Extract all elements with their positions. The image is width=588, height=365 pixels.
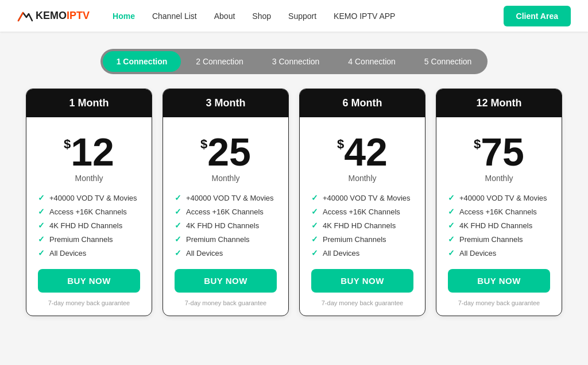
check-icon: ✓ bbox=[311, 248, 318, 258]
buy-now-12-month[interactable]: BUY NOW bbox=[448, 269, 550, 293]
plan-12-features: ✓+40000 VOD TV & Movies ✓Access +16K Cha… bbox=[448, 191, 550, 260]
check-icon: ✓ bbox=[175, 193, 181, 202]
plan-12-dollar: $ bbox=[474, 137, 481, 152]
guarantee-6-month: 7-day money back guarantee bbox=[322, 299, 403, 306]
check-icon: ✓ bbox=[311, 221, 318, 230]
check-icon: ✓ bbox=[175, 221, 181, 230]
plan-1-features: ✓+40000 VOD TV & Movies ✓Access +16K Cha… bbox=[38, 191, 140, 260]
tabs-wrapper: 1 Connection 2 Connection 3 Connection 4… bbox=[100, 49, 488, 74]
list-item: ✓All Devices bbox=[448, 246, 550, 260]
logo[interactable]: KEMOIPTV bbox=[17, 10, 90, 22]
check-icon: ✓ bbox=[311, 207, 318, 216]
check-icon: ✓ bbox=[448, 235, 455, 244]
check-icon: ✓ bbox=[311, 235, 318, 244]
plan-6-body: $ 42 Monthly ✓+40000 VOD TV & Movies ✓Ac… bbox=[300, 117, 425, 316]
tab-5-connection[interactable]: 5 Connection bbox=[411, 51, 486, 72]
list-item: ✓Access +16K Channels bbox=[448, 205, 550, 218]
nav-support[interactable]: Support bbox=[288, 11, 316, 21]
plan-3-amount: 25 bbox=[207, 132, 251, 171]
guarantee-3-month: 7-day money back guarantee bbox=[185, 299, 266, 306]
plan-3-body: $ 25 Monthly ✓+40000 VOD TV & Movies ✓Ac… bbox=[163, 117, 288, 316]
check-icon: ✓ bbox=[38, 235, 45, 244]
plan-12-header: 12 Month bbox=[436, 89, 562, 117]
plan-1-amount: 12 bbox=[71, 132, 114, 171]
list-item: ✓+40000 VOD TV & Movies bbox=[311, 191, 413, 205]
plan-3-price: $ 25 bbox=[200, 132, 251, 171]
list-item: ✓4K FHD HD Channels bbox=[311, 218, 413, 232]
check-icon: ✓ bbox=[311, 193, 318, 202]
check-icon: ✓ bbox=[448, 207, 455, 216]
plan-3-features: ✓+40000 VOD TV & Movies ✓Access +16K Cha… bbox=[175, 191, 277, 260]
guarantee-1-month: 7-day money back guarantee bbox=[48, 299, 130, 306]
list-item: ✓All Devices bbox=[175, 246, 277, 260]
nav-kemo-app[interactable]: KEMO IPTV APP bbox=[334, 11, 395, 21]
check-icon: ✓ bbox=[38, 207, 45, 216]
check-icon: ✓ bbox=[448, 193, 455, 202]
plan-1-period: Monthly bbox=[75, 174, 103, 183]
header: KEMOIPTV Home Channel List About Shop Su… bbox=[0, 0, 588, 32]
list-item: ✓Premium Channels bbox=[38, 232, 140, 246]
plan-3-period: Monthly bbox=[211, 174, 239, 183]
list-item: ✓Premium Channels bbox=[311, 232, 413, 246]
buy-now-1-month[interactable]: BUY NOW bbox=[38, 269, 140, 293]
plan-6-amount: 42 bbox=[344, 132, 388, 171]
plan-12-month: 12 Month $ 75 Monthly ✓+40000 VOD TV & M… bbox=[436, 89, 562, 316]
tab-3-connection[interactable]: 3 Connection bbox=[258, 51, 334, 72]
plan-6-period: Monthly bbox=[348, 174, 376, 183]
check-icon: ✓ bbox=[448, 248, 455, 258]
logo-text-kemo: KEMO bbox=[36, 10, 67, 22]
client-area-button[interactable]: Client Area bbox=[504, 6, 571, 26]
plan-6-header: 6 Month bbox=[300, 89, 425, 117]
plan-6-price: $ 42 bbox=[337, 132, 388, 171]
nav-about[interactable]: About bbox=[214, 11, 235, 21]
plan-3-header: 3 Month bbox=[163, 89, 288, 117]
plan-12-price: $ 75 bbox=[474, 132, 524, 171]
list-item: ✓Premium Channels bbox=[448, 232, 550, 246]
check-icon: ✓ bbox=[38, 248, 45, 258]
nav-home[interactable]: Home bbox=[113, 11, 135, 21]
buy-now-6-month[interactable]: BUY NOW bbox=[311, 269, 413, 293]
check-icon: ✓ bbox=[175, 248, 181, 258]
tab-4-connection[interactable]: 4 Connection bbox=[334, 51, 409, 72]
plan-1-header: 1 Month bbox=[26, 89, 152, 117]
pricing-grid: 1 Month $ 12 Monthly ✓+40000 VOD TV & Mo… bbox=[0, 89, 588, 333]
tabs-section: 1 Connection 2 Connection 3 Connection 4… bbox=[0, 32, 588, 89]
plan-3-dollar: $ bbox=[200, 137, 207, 152]
check-icon: ✓ bbox=[448, 221, 455, 230]
guarantee-12-month: 7-day money back guarantee bbox=[458, 299, 540, 306]
check-icon: ✓ bbox=[38, 221, 45, 230]
check-icon: ✓ bbox=[38, 193, 45, 202]
nav-shop[interactable]: Shop bbox=[252, 11, 271, 21]
list-item: ✓Premium Channels bbox=[175, 232, 277, 246]
list-item: ✓Access +16K Channels bbox=[311, 205, 413, 218]
main-nav: Home Channel List About Shop Support KEM… bbox=[113, 11, 504, 21]
tab-2-connection[interactable]: 2 Connection bbox=[182, 51, 257, 72]
plan-6-dollar: $ bbox=[337, 137, 344, 152]
list-item: ✓All Devices bbox=[311, 246, 413, 260]
list-item: ✓All Devices bbox=[38, 246, 140, 260]
check-icon: ✓ bbox=[175, 207, 181, 216]
plan-1-price: $ 12 bbox=[64, 132, 114, 171]
logo-text-iptv: IPTV bbox=[67, 10, 90, 22]
list-item: ✓4K FHD HD Channels bbox=[38, 218, 140, 232]
plan-3-month: 3 Month $ 25 Monthly ✓+40000 VOD TV & Mo… bbox=[163, 89, 289, 316]
list-item: ✓Access +16K Channels bbox=[38, 205, 140, 218]
logo-icon bbox=[17, 10, 33, 22]
list-item: ✓+40000 VOD TV & Movies bbox=[448, 191, 550, 205]
plan-1-month: 1 Month $ 12 Monthly ✓+40000 VOD TV & Mo… bbox=[26, 89, 152, 316]
check-icon: ✓ bbox=[175, 235, 181, 244]
plan-12-period: Monthly bbox=[485, 174, 513, 183]
list-item: ✓Access +16K Channels bbox=[175, 205, 277, 218]
list-item: ✓4K FHD HD Channels bbox=[448, 218, 550, 232]
list-item: ✓+40000 VOD TV & Movies bbox=[175, 191, 277, 205]
nav-channel-list[interactable]: Channel List bbox=[152, 11, 197, 21]
plan-6-features: ✓+40000 VOD TV & Movies ✓Access +16K Cha… bbox=[311, 191, 413, 260]
plan-12-amount: 75 bbox=[481, 132, 524, 171]
tab-1-connection[interactable]: 1 Connection bbox=[103, 51, 181, 72]
plan-1-dollar: $ bbox=[64, 137, 71, 152]
list-item: ✓+40000 VOD TV & Movies bbox=[38, 191, 140, 205]
buy-now-3-month[interactable]: BUY NOW bbox=[175, 269, 277, 293]
plan-12-body: $ 75 Monthly ✓+40000 VOD TV & Movies ✓Ac… bbox=[436, 117, 562, 316]
plan-6-month: 6 Month $ 42 Monthly ✓+40000 VOD TV & Mo… bbox=[299, 89, 425, 316]
plan-1-body: $ 12 Monthly ✓+40000 VOD TV & Movies ✓Ac… bbox=[26, 117, 152, 316]
